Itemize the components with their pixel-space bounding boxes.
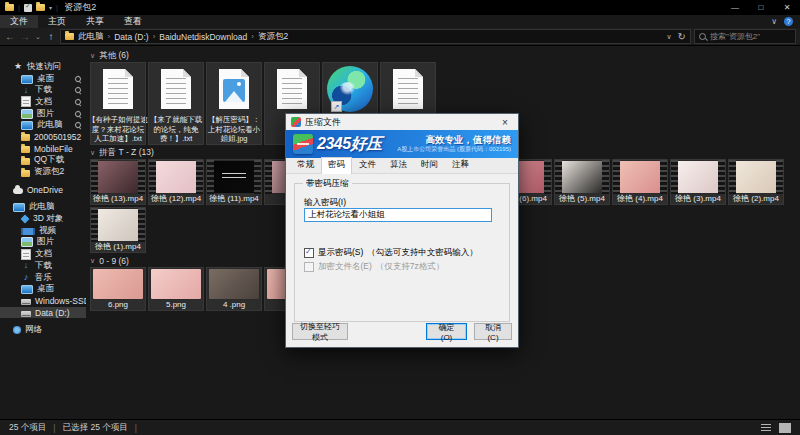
sidebar-item-文档[interactable]: 文档 [0,248,86,260]
thumbnail-view-icon[interactable] [779,423,791,433]
breadcrumb-item[interactable]: BaiduNetdiskDownload [159,32,247,42]
refresh-icon[interactable]: ↻ [678,31,686,42]
sidebar-item-MobileFile[interactable]: MobileFile [0,143,86,155]
file-tile[interactable]: 5.png [149,268,203,310]
file-tile[interactable]: 【有种子如何提速度？来村花论坛人工加速】.txt [91,63,145,144]
menu-tab-主页[interactable]: 主页 [38,15,76,28]
file-tile[interactable]: 徐艳 (3).mp4 [671,160,725,204]
dialog-tab-注释[interactable]: 注释 [445,157,476,173]
search-icon [699,33,706,40]
video-thumbnail [149,160,203,194]
file-tile[interactable]: 【解压密码】：上村花论坛看小姐姐.jpg [207,63,261,144]
dialog-tab-文件[interactable]: 文件 [352,157,383,173]
menu-tab-共享[interactable]: 共享 [76,15,114,28]
video-frame [562,161,602,193]
status-bar: 25 个项目 | 已选择 25 个项目 | [0,419,800,435]
sidebar-item-2000501952[interactable]: 2000501952 [0,131,86,143]
back-icon[interactable]: ← [4,31,16,42]
sidebar-item-Windows-SSD (C:)[interactable]: Windows-SSD (C:) [0,295,86,307]
sidebar-section-label: 网络 [25,324,42,336]
sidebar-item-视频[interactable]: 视频 [0,225,86,237]
ribbon-collapse-icon[interactable]: ∨ [771,17,777,26]
new-folder-icon[interactable] [36,4,45,11]
help-icon[interactable]: ? [784,17,793,26]
password-input[interactable] [304,208,492,222]
sidebar-item-label: QQ下载 [34,154,64,166]
video-icon [21,228,35,235]
maximize-button[interactable]: □ [748,0,774,15]
download-icon: ↓ [21,261,31,270]
file-tile[interactable]: 徐艳 (2).mp4 [729,160,783,204]
search-box[interactable]: 搜索"资源包2" [694,29,796,44]
menu-tab-查看[interactable]: 查看 [114,15,152,28]
breadcrumb-item[interactable]: 资源包2 [258,31,288,43]
sidebar-item-资源包2[interactable]: 资源包2 [0,166,86,178]
sidebar-section-OneDrive[interactable]: OneDrive [0,184,86,196]
sidebar-item-下载[interactable]: ↓下载 [0,84,86,96]
sidebar-item-图片[interactable]: 图片 [0,237,86,249]
image-frame [209,269,259,299]
dialog-close-icon[interactable]: × [497,117,513,128]
ok-button[interactable]: 确定(O) [426,323,467,340]
sidebar-item-label: Windows-SSD (C:) [35,296,86,306]
menu-tab-文件[interactable]: 文件 [0,15,38,28]
address-bar[interactable]: 此电脑›Data (D:)›BaiduNetdiskDownload›资源包2 … [60,29,691,44]
sidebar-item-此电脑[interactable]: 此电脑 [0,119,86,131]
details-view-icon[interactable] [761,424,771,432]
file-tile[interactable]: 6.png [91,268,145,310]
sidebar-item-Data (D:)[interactable]: Data (D:) [0,307,86,319]
separator: | [18,3,20,12]
sidebar-item-QQ下载[interactable]: QQ下载 [0,155,86,167]
forward-icon[interactable]: → [19,31,31,42]
video-thumbnail [613,160,667,194]
sidebar-section-网络[interactable]: 网络 [0,324,86,336]
breadcrumb-item[interactable]: 此电脑 [78,31,104,43]
cloud-icon [13,188,23,194]
group-label: 拼音 T - Z (13) [99,147,154,159]
sidebar-item-label: MobileFile [34,144,73,154]
caption-text-lines [222,173,246,181]
file-tile[interactable]: 徐艳 (1).mp4 [91,208,145,252]
sidebar-item-图片[interactable]: 图片 [0,108,86,120]
minimize-button[interactable]: — [722,0,748,15]
dialog-tab-常规[interactable]: 常规 [290,157,321,173]
dialog-tabs: 常规密码文件算法时间注释 [286,158,518,174]
file-tile[interactable]: 徐艳 (5).mp4 [555,160,609,204]
dialog-title-bar[interactable]: 压缩文件 × [286,114,518,130]
star-icon: ★ [13,62,23,71]
properties-icon[interactable] [24,4,32,12]
video-frame [98,161,138,193]
cancel-button[interactable]: 取消(C) [474,323,512,340]
dialog-tab-算法[interactable]: 算法 [383,157,414,173]
file-tile[interactable]: 徐艳 (4).mp4 [613,160,667,204]
shortcut-arrow-icon: ↗ [331,101,342,112]
sidebar-item-3D 对象[interactable]: 3D 对象 [0,213,86,225]
sidebar-item-桌面[interactable]: 桌面 [0,283,86,295]
file-icon-area: ↗ [323,63,377,115]
sidebar-section-此电脑[interactable]: 此电脑 [0,202,86,214]
sidebar-item-桌面[interactable]: 桌面 [0,73,86,85]
qat-customize-icon[interactable]: ▾ [49,4,52,11]
file-tile[interactable]: 徐艳 (12).mp4 [149,160,203,204]
address-bar-right: ∨ ↻ [666,31,686,42]
file-tile[interactable]: 【来了就能下载的论坛，纯免费！】.txt [149,63,203,144]
breadcrumb-item[interactable]: Data (D:) [114,32,148,42]
file-tile[interactable]: 徐艳 (13).mp4 [91,160,145,204]
sidebar-item-文档[interactable]: 文档 [0,96,86,108]
group-header-其他 (6)[interactable]: ∨其他 (6) [89,50,800,62]
recent-locations-icon[interactable]: ⌄ [34,33,42,41]
file-tile[interactable]: 4 .png [207,268,261,310]
show-password-checkbox[interactable] [304,248,314,258]
sidebar-item-音乐[interactable]: ♪音乐 [0,272,86,284]
sidebar-section-快速访问[interactable]: ★快速访问 [0,61,86,73]
dialog-tab-时间[interactable]: 时间 [414,157,445,173]
sidebar-item-下载[interactable]: ↓下载 [0,260,86,272]
switch-mode-button[interactable]: 切换至轻巧模式 [292,323,348,340]
file-icon-area [91,63,145,115]
file-tile[interactable]: 徐艳 (11).mp4 [207,160,261,204]
close-button[interactable]: ✕ [774,0,800,15]
dialog-tab-密码[interactable]: 密码 [321,157,352,174]
address-dropdown-icon[interactable]: ∨ [666,33,671,41]
sidebar-item-label: 此电脑 [37,119,63,131]
up-icon[interactable]: ↑ [45,31,57,42]
